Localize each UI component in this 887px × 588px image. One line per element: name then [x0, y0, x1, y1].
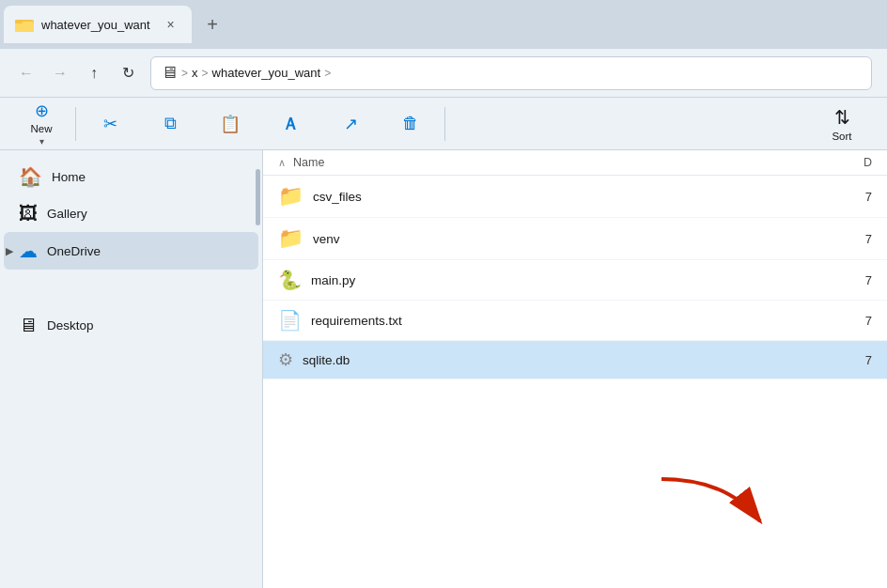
rename-icon: Ａ [282, 113, 299, 135]
active-tab[interactable]: whatever_you_want × [4, 6, 192, 43]
onedrive-icon: ☁ [19, 240, 38, 262]
sidebar-item-onedrive-label: OneDrive [47, 244, 101, 258]
column-name-header[interactable]: Name [293, 156, 853, 169]
breadcrumb-folder: whatever_you_want [212, 66, 321, 80]
header-chevron: ∧ [278, 157, 286, 169]
file-date-csv: 7 [857, 190, 872, 204]
sidebar-item-gallery-label: Gallery [47, 207, 87, 221]
file-name-requirements: requirements.txt [311, 314, 857, 328]
file-date-venv: 7 [857, 232, 872, 246]
tab-title: whatever_you_want [41, 18, 150, 32]
sort-icon: ⇅ [834, 106, 850, 129]
share-icon: ↗ [344, 114, 358, 134]
file-name-csv: csv_files [313, 190, 857, 204]
new-label: New [30, 123, 52, 134]
file-name-venv: venv [313, 232, 857, 246]
copy-icon: ⧉ [164, 114, 177, 133]
paste-icon: 📋 [220, 114, 241, 134]
file-name-mainpy: main.py [311, 273, 857, 287]
rename-button[interactable]: Ａ [260, 103, 320, 145]
new-icon: ⊕ [35, 101, 49, 121]
new-tab-button[interactable]: + [195, 8, 229, 41]
red-arrow [652, 470, 774, 549]
cut-icon: ✂ [103, 114, 117, 134]
breadcrumb-sep-2: > [202, 67, 209, 80]
back-icon: ← [19, 65, 34, 82]
home-icon: 🏠 [19, 165, 42, 188]
forward-button[interactable]: → [45, 58, 75, 88]
sidebar-item-desktop[interactable]: 🖥 Desktop 📌 [4, 307, 258, 344]
svg-rect-2 [15, 20, 23, 23]
new-chevron: ▾ [39, 136, 44, 147]
sidebar: 🏠 Home 🖼 Gallery ▶ ☁ OneDrive 🖥 Desktop … [0, 150, 263, 588]
sidebar-item-gallery[interactable]: 🖼 Gallery [4, 195, 258, 232]
sort-label: Sort [832, 131, 851, 142]
tab-close-button[interactable]: × [162, 15, 180, 34]
sort-button[interactable]: ⇅ Sort [808, 103, 876, 145]
breadcrumb-sep-1: > [181, 67, 188, 80]
toolbar-separator-2 [444, 107, 445, 141]
db-file-icon: ⚙ [278, 349, 293, 370]
file-list-header: ∧ Name D [263, 150, 887, 176]
breadcrumb[interactable]: 🖥 > x > whatever_you_want > [150, 56, 872, 90]
up-icon: ↑ [90, 65, 98, 82]
python-icon: 🐍 [278, 269, 302, 291]
expand-icon: ▶ [6, 245, 13, 257]
monitor-icon: 🖥 [161, 63, 178, 83]
toolbar-separator-1 [75, 107, 76, 141]
toolbar: ⊕ New ▾ ✂ ⧉ 📋 Ａ ↗ 🗑 ⇅ Sort [0, 98, 887, 150]
file-row-csv[interactable]: 📁 csv_files 7 [263, 176, 887, 218]
file-area: ∧ Name D 📁 csv_files 7 📁 venv 7 🐍 main.p… [263, 150, 887, 588]
gallery-icon: 🖼 [19, 203, 38, 224]
file-row-venv[interactable]: 📁 venv 7 [263, 218, 887, 260]
column-date-header[interactable]: D [853, 156, 872, 169]
sidebar-item-home[interactable]: 🏠 Home [4, 158, 258, 195]
sidebar-item-onedrive[interactable]: ▶ ☁ OneDrive [4, 232, 258, 270]
file-row-requirements[interactable]: 📄 requirements.txt 7 [263, 301, 887, 341]
file-date-sqlite: 7 [857, 353, 872, 367]
sidebar-scrollbar[interactable] [256, 169, 260, 225]
folder-icon-venv: 📁 [278, 226, 303, 251]
desktop-icon: 🖥 [19, 315, 38, 336]
cut-button[interactable]: ✂ [80, 103, 140, 145]
delete-button[interactable]: 🗑 [381, 103, 441, 145]
text-file-icon: 📄 [278, 309, 302, 332]
back-button[interactable]: ← [11, 58, 41, 88]
file-row-sqlite[interactable]: ⚙ sqlite.db 7 [263, 341, 887, 379]
share-button[interactable]: ↗ [320, 103, 381, 145]
tab-bar: whatever_you_want × + [0, 0, 887, 49]
file-name-sqlite: sqlite.db [303, 353, 857, 367]
copy-button[interactable]: ⧉ [140, 103, 200, 145]
delete-icon: 🗑 [402, 114, 419, 133]
breadcrumb-sep-3: > [324, 67, 331, 80]
folder-icon-csv: 📁 [278, 184, 303, 209]
refresh-button[interactable]: ↻ [113, 58, 143, 88]
address-bar: ← → ↑ ↻ 🖥 > x > whatever_you_want > [0, 49, 887, 98]
paste-button[interactable]: 📋 [200, 103, 260, 145]
sidebar-item-desktop-label: Desktop [47, 318, 94, 333]
tab-folder-icon [15, 17, 34, 32]
up-button[interactable]: ↑ [79, 58, 109, 88]
refresh-icon: ↻ [122, 64, 134, 82]
breadcrumb-x: x [192, 66, 198, 80]
sidebar-item-home-label: Home [52, 170, 86, 184]
file-date-mainpy: 7 [857, 273, 872, 287]
forward-icon: → [53, 65, 68, 82]
file-row-mainpy[interactable]: 🐍 main.py 7 [263, 260, 887, 301]
main-content: 🏠 Home 🖼 Gallery ▶ ☁ OneDrive 🖥 Desktop … [0, 150, 887, 588]
file-date-requirements: 7 [857, 314, 872, 328]
new-button[interactable]: ⊕ New ▾ [11, 103, 71, 145]
